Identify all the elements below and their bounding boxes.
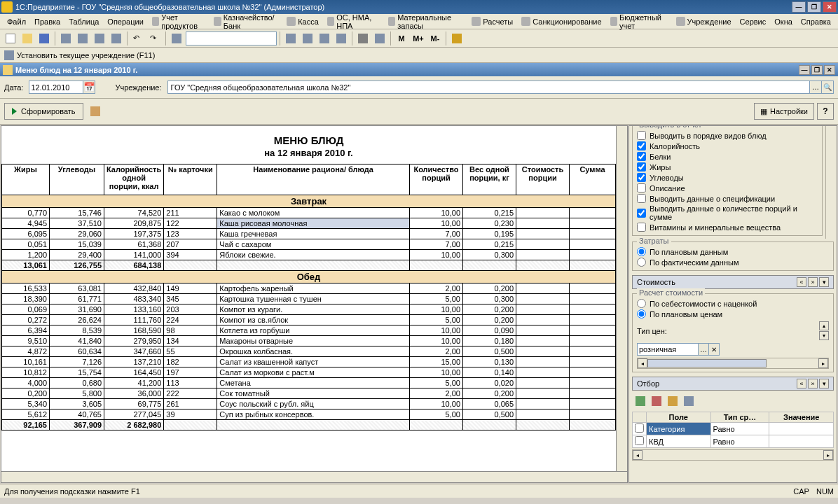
filter-del-button[interactable] bbox=[650, 394, 664, 408]
table-row[interactable]: 5,61240,765277,04539Суп из рыбных консер… bbox=[2, 410, 616, 420]
filter-row[interactable]: КатегорияРавно bbox=[633, 423, 834, 435]
table-row[interactable]: 0,77015,74674,520211Какао с молоком10,00… bbox=[2, 208, 616, 218]
settings-button[interactable]: ▦ Настройки bbox=[754, 103, 814, 120]
price-down-button[interactable]: ▾ bbox=[819, 331, 829, 340]
table-row[interactable]: 0,06931,690133,160203Компот из кураги.10… bbox=[2, 304, 616, 315]
date-input[interactable] bbox=[29, 80, 83, 94]
radio-option[interactable]: По фактическим данным bbox=[637, 257, 829, 267]
output-check[interactable]: Выводить данные о спецификации bbox=[637, 193, 818, 204]
mem-mplus-button[interactable]: M+ bbox=[411, 31, 426, 46]
open-button[interactable] bbox=[20, 31, 35, 46]
menu-материальные запасы[interactable]: Материальные запасы bbox=[384, 12, 468, 31]
set-org-label[interactable]: Установить текущее учреждение (F11) bbox=[17, 51, 155, 59]
table-row[interactable]: 6,3948,539168,59098Котлета из горбуши10,… bbox=[2, 326, 616, 336]
menu-окна[interactable]: Окна bbox=[770, 16, 797, 27]
price-section-header[interactable]: Стоимость «»▾ bbox=[632, 275, 834, 289]
table-row[interactable]: 4,87260,634347,66055Окрошка колбасная.2,… bbox=[2, 346, 616, 357]
menu-бюджетный учет[interactable]: Бюджетный учет bbox=[606, 12, 672, 31]
table-row[interactable]: 1,20029,400141,000394Яблоки свежие.10,00… bbox=[2, 250, 616, 260]
table-row[interactable]: 10,81215,754164,450197Салат из моркови с… bbox=[2, 368, 616, 378]
redo-button[interactable]: ↷ bbox=[147, 31, 163, 46]
search-combo[interactable] bbox=[186, 31, 277, 46]
table-row[interactable]: 9,51041,840279,950134Макароны отварные10… bbox=[2, 336, 616, 346]
table-row[interactable]: 18,39061,771483,340345Картошка тушенная … bbox=[2, 294, 616, 304]
radio-option[interactable]: По плановым данным bbox=[637, 246, 829, 257]
mem-mminus-button[interactable]: M- bbox=[427, 31, 443, 46]
find-button[interactable] bbox=[169, 31, 184, 46]
new-doc-button[interactable] bbox=[3, 31, 18, 46]
price-hscroll[interactable]: ◂▸ bbox=[637, 358, 829, 369]
tb-btn-a[interactable] bbox=[283, 31, 298, 46]
price-up-button[interactable]: ▴ bbox=[819, 321, 829, 330]
filter-section-header[interactable]: Отбор «»▾ bbox=[632, 377, 834, 391]
filter-hscroll[interactable]: ◂▸ bbox=[632, 449, 834, 461]
print-button[interactable] bbox=[109, 31, 124, 46]
minimize-button[interactable]: — bbox=[792, 1, 806, 13]
menu-операции[interactable]: Операции bbox=[103, 16, 147, 27]
generate-button[interactable]: Сформировать bbox=[4, 103, 83, 120]
table-row[interactable]: 5,3403,60569,775261Соус польский с рубл.… bbox=[2, 399, 616, 410]
price-type-input[interactable] bbox=[637, 343, 699, 356]
menu-санкционирование[interactable]: Санкционирование bbox=[517, 15, 605, 27]
save-button[interactable] bbox=[36, 31, 52, 46]
mem-m-button[interactable]: M bbox=[394, 31, 409, 46]
table-row[interactable]: 0,2005,80036,000222Сок томатный2,000,200 bbox=[2, 388, 616, 399]
radio-option[interactable]: По себестоимости с наценкой bbox=[637, 298, 829, 309]
date-picker-button[interactable]: 📅 bbox=[83, 80, 95, 94]
menu-справка[interactable]: Справка bbox=[797, 16, 835, 27]
price-select-button[interactable]: … bbox=[698, 343, 709, 356]
menu-сервис[interactable]: Сервис bbox=[736, 16, 771, 27]
table-row[interactable]: 6,09529,060197,375123Каша гречневая7,000… bbox=[2, 229, 616, 239]
output-check[interactable]: Углеводы bbox=[637, 172, 818, 183]
cut-button[interactable] bbox=[58, 31, 74, 46]
doc-maximize-button[interactable]: ❐ bbox=[811, 65, 823, 75]
table-row[interactable]: 0,05115,03961,368207Чай с сахаром7,000,2… bbox=[2, 239, 616, 250]
org-select-button[interactable]: … bbox=[809, 80, 822, 94]
tb-btn-b[interactable] bbox=[300, 31, 315, 46]
menu-казначейство/банк[interactable]: Казначейство/Банк bbox=[210, 12, 282, 31]
calendar-button[interactable] bbox=[372, 31, 387, 46]
filter-add-button[interactable] bbox=[633, 394, 647, 408]
table-row[interactable]: 0,27226,624111,760224Компот из св.яблок5… bbox=[2, 315, 616, 326]
price-clear-button[interactable]: ✕ bbox=[708, 343, 720, 356]
menu-файл[interactable]: Файл bbox=[3, 16, 30, 27]
menu-таблица[interactable]: Таблица bbox=[64, 16, 103, 27]
menu-ос, нма, нпа[interactable]: ОС, НМА, НПА bbox=[323, 12, 384, 31]
output-check[interactable]: Белки bbox=[637, 151, 818, 162]
vertical-scrollbar[interactable] bbox=[616, 126, 627, 471]
export-button[interactable] bbox=[88, 104, 103, 119]
tools-dropdown[interactable] bbox=[449, 31, 465, 46]
doc-close-button[interactable]: ✕ bbox=[824, 65, 835, 75]
output-check[interactable]: Калорийность bbox=[637, 141, 818, 151]
help-button[interactable]: ? bbox=[817, 103, 834, 120]
report-table[interactable]: ЖирыУглеводыКалорийность одной порции, к… bbox=[1, 164, 616, 430]
collapse-right-icon[interactable]: » bbox=[808, 277, 818, 287]
table-row[interactable]: 16,53363,081432,840149Картофель жареный2… bbox=[2, 284, 616, 294]
paste-button[interactable] bbox=[92, 31, 107, 46]
menu-учреждение[interactable]: Учреждение bbox=[672, 15, 736, 27]
collapse-left-icon[interactable]: « bbox=[797, 277, 806, 287]
tb-btn-c[interactable] bbox=[317, 31, 332, 46]
table-row[interactable]: 4,0000,68041,200113Сметана5,000,020 bbox=[2, 378, 616, 388]
table-row[interactable]: 4,94537,510209,875122Каша рисовая молочн… bbox=[2, 218, 616, 229]
org-input[interactable] bbox=[167, 80, 810, 94]
doc-minimize-button[interactable]: — bbox=[799, 65, 810, 75]
menu-касса[interactable]: Касса bbox=[282, 15, 323, 27]
maximize-button[interactable]: ❐ bbox=[807, 1, 821, 13]
copy-button[interactable] bbox=[75, 31, 90, 46]
org-lookup-button[interactable]: 🔍 bbox=[821, 80, 834, 94]
menu-учет продуктов[interactable]: Учет продуктов bbox=[148, 12, 210, 31]
radio-option[interactable]: По плановым ценам bbox=[637, 309, 829, 319]
filter-table[interactable]: ПолеТип ср…ЗначениеКатегорияРавноКВДРавн… bbox=[632, 412, 834, 448]
output-check[interactable]: Описание bbox=[637, 183, 818, 193]
calc-button[interactable] bbox=[355, 31, 371, 46]
close-button[interactable]: ✕ bbox=[823, 1, 837, 13]
menu-правка[interactable]: Правка bbox=[30, 16, 64, 27]
output-check[interactable]: Витамины и минеральные вещества bbox=[637, 222, 818, 232]
dropdown-icon[interactable]: ▾ bbox=[819, 277, 829, 287]
side-scrollbar[interactable] bbox=[825, 126, 837, 239]
output-check[interactable]: Выводить данные о количестве порций и су… bbox=[637, 204, 818, 222]
menu-расчеты[interactable]: Расчеты bbox=[467, 15, 517, 27]
undo-button[interactable]: ↶ bbox=[130, 31, 146, 46]
horizontal-scrollbar[interactable] bbox=[1, 471, 627, 482]
